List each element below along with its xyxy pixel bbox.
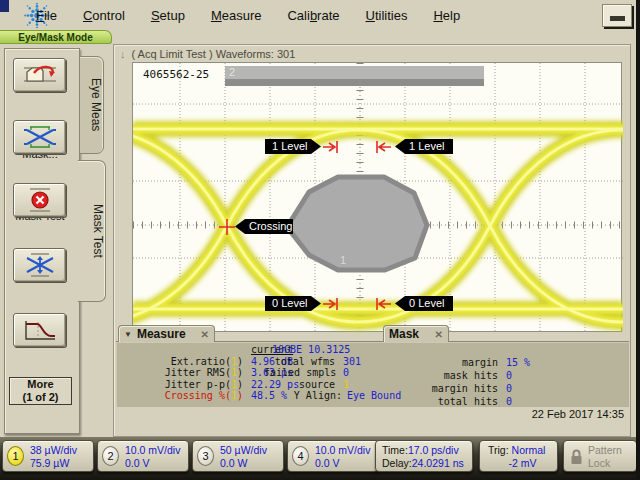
datetime: 22 Feb 2017 14:35	[414, 408, 624, 420]
acq-status-row: ↓ ( Acq Limit Test ) Waveforms: 301	[120, 47, 295, 60]
channel-1-button[interactable]: 1 38 µW/div 75.9 µW	[2, 440, 94, 472]
mask-info-row: failed smpls0	[264, 367, 401, 379]
mask-row-margin-hits: margin hits0	[414, 382, 530, 395]
mode-tab: Eye/Mask Mode	[0, 30, 112, 44]
mask-tab[interactable]: Mask ✕	[383, 325, 449, 342]
measure-tab-close-icon[interactable]: ✕	[201, 329, 209, 340]
mask-info-yalign: Y Align:Eye Bound	[264, 390, 401, 402]
mask-region-center-label: 1	[340, 254, 346, 266]
main-display: ↓ ( Acq Limit Test ) Waveforms: 301	[113, 44, 631, 437]
mode-tab-label: Eye/Mask Mode	[18, 32, 92, 43]
mask-region-top-label: 2	[229, 66, 235, 78]
align-method-icon	[20, 252, 60, 278]
sidebar: Eye Meas Mask Test OpenMask... StartMask…	[0, 44, 113, 437]
channel-3-badge: 3	[197, 446, 214, 466]
filter-button[interactable]	[13, 313, 66, 347]
menu-control[interactable]: Control	[83, 8, 125, 23]
mask-tab-close-icon[interactable]: ✕	[435, 329, 443, 340]
menu-bar: File Control Setup Measure Calibrate Uti…	[0, 0, 640, 31]
mask-row-mask-hits: mask hits0	[414, 369, 530, 382]
menu-help[interactable]: Help	[433, 8, 460, 23]
mask-info-row: total wfms301	[264, 356, 401, 368]
lock-icon	[570, 448, 583, 466]
trigger-button[interactable]: Trig: Normal -2 mV	[479, 440, 558, 472]
channel-3-button[interactable]: 3 50 µW/div 0.0 W	[192, 440, 284, 472]
tab-eye-meas[interactable]: Eye Meas	[79, 56, 104, 154]
channel-2-badge: 2	[102, 446, 119, 466]
start-mask-test-icon	[20, 125, 60, 149]
minimize-icon	[610, 16, 625, 21]
pattern-lock-button[interactable]: Pattern Lock	[563, 440, 637, 472]
mask-row-margin: margin15 %	[414, 356, 530, 369]
mask-results: margin15 % mask hits0 margin hits0 total…	[414, 356, 530, 408]
tab-mask-test[interactable]: Mask Test	[77, 160, 106, 302]
mask-info-row: source1	[264, 379, 401, 391]
collapse-triangle-icon[interactable]: ▼	[124, 330, 132, 339]
window-corner	[0, 0, 9, 12]
menu-utilities[interactable]: Utilities	[366, 8, 408, 23]
mask-title: 10GBE 10.3125	[264, 344, 350, 356]
timebase-button[interactable]: Time:17.0 ps/div Delay:24.0291 ns	[375, 440, 473, 472]
one-level-flag-left: 1 Level	[265, 139, 321, 154]
align-method-button[interactable]	[13, 248, 66, 282]
channel-1-badge: 1	[7, 446, 24, 466]
exit-mask-test-button[interactable]	[13, 183, 66, 217]
channel-4-button[interactable]: 4 10.0 mV/div 0.0 V	[287, 440, 379, 472]
open-mask-button[interactable]	[13, 58, 66, 92]
more-button[interactable]: More (1 of 2)	[9, 377, 72, 405]
channel-4-badge: 4	[292, 446, 309, 466]
mask-row-total-hits: total hits0	[414, 395, 530, 408]
zero-level-flag-right: 0 Level	[395, 296, 453, 311]
crossing-flag: Crossing	[235, 219, 293, 234]
menu-items: File Control Setup Measure Calibrate Uti…	[36, 0, 460, 31]
acq-status-text: ( Acq Limit Test ) Waveforms: 301	[132, 48, 296, 60]
menu-file[interactable]: File	[36, 8, 57, 23]
minimize-button[interactable]	[602, 4, 632, 27]
waveform-id: 4065562-25	[143, 68, 209, 81]
exit-mask-test-icon	[20, 187, 60, 213]
filter-icon	[20, 318, 60, 342]
menu-calibrate[interactable]: Calibrate	[287, 8, 339, 23]
status-bar: 1 38 µW/div 75.9 µW 2 10.0 mV/div 0.0 V …	[0, 437, 640, 480]
results-panel: current Ext.ratio(1) 4.96 dB Jitter RMS(…	[116, 341, 629, 407]
one-level-flag-right: 1 Level	[395, 139, 453, 154]
zero-level-flag-left: 0 Level	[265, 296, 321, 311]
mask-test-info: 10GBE 10.3125 total wfms301 failed smpls…	[264, 344, 401, 402]
open-mask-icon	[20, 63, 60, 87]
mask-region-center	[287, 177, 427, 270]
channel-2-button[interactable]: 2 10.0 mV/div 0.0 V	[97, 440, 189, 472]
menu-setup[interactable]: Setup	[151, 8, 185, 23]
download-arrow-icon: ↓	[120, 48, 126, 60]
start-mask-test-button[interactable]	[13, 120, 66, 154]
eye-diagram-graticule: 4065562-25 2 1 1 Level 1 Level 0 Level 0…	[132, 62, 622, 332]
eye-diagram-plot	[133, 63, 623, 333]
window-right-edge	[636, 0, 640, 480]
measure-tab[interactable]: ▼ Measure ✕	[118, 325, 215, 342]
menu-measure[interactable]: Measure	[211, 8, 262, 23]
mask-region-top: 2	[225, 66, 484, 86]
